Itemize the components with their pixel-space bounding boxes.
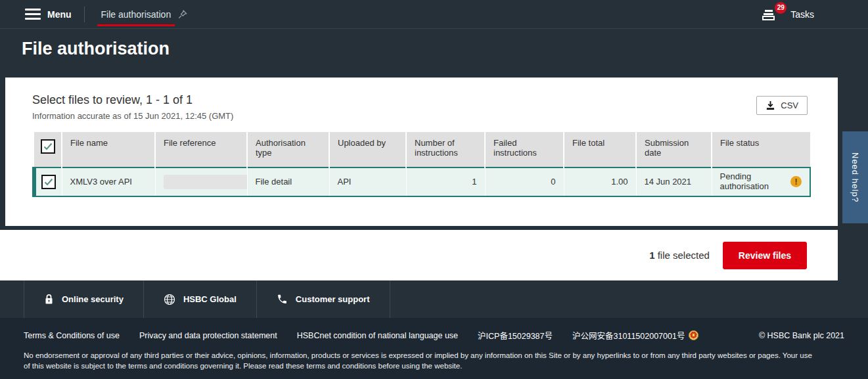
lock-icon	[44, 294, 54, 305]
menu-hamburger-icon[interactable]	[25, 9, 41, 20]
row-select-cell	[34, 167, 62, 196]
footer-legal: Terms & Conditions of use Privacy and da…	[0, 318, 868, 379]
review-files-button[interactable]: Review files	[723, 242, 807, 269]
select-all-checkbox[interactable]	[41, 139, 55, 154]
topbar-divider	[84, 7, 85, 22]
csv-button-label: CSV	[781, 100, 798, 110]
phone-icon	[277, 294, 288, 305]
files-table: File name File reference Authorisation t…	[32, 132, 811, 197]
tab-file-authorisation[interactable]: File authorisation	[97, 0, 193, 29]
tasks-badge: 29	[775, 2, 787, 14]
selected-files-info: 1file selected	[649, 250, 710, 261]
warning-icon[interactable]: !	[790, 176, 802, 187]
tasks-icon[interactable]: 29	[762, 7, 779, 22]
card-subheading: Information accurate as of 15 Jun 2021, …	[32, 111, 808, 121]
cell-file-total: 1.00	[564, 167, 636, 196]
pin-icon[interactable]	[177, 9, 188, 20]
footer-item-customer-support[interactable]: Customer support	[256, 280, 390, 318]
column-header-file-reference[interactable]: File reference	[155, 132, 247, 167]
police-badge-icon	[689, 330, 698, 340]
need-help-tab[interactable]: Need help?	[842, 131, 868, 223]
selected-suffix: file selected	[658, 250, 710, 261]
footer-link-terms[interactable]: Terms & Conditions of use	[24, 331, 120, 340]
download-icon	[765, 100, 775, 110]
table-row[interactable]: XMLV3 over API File detail API 1 0 1.00 …	[34, 167, 810, 196]
column-header-authorisation-type[interactable]: Authorisation type	[247, 132, 329, 167]
need-help-label: Need help?	[850, 152, 860, 203]
cell-file-status: Pending authorisation !	[712, 167, 810, 196]
column-header-file-name[interactable]: File name	[62, 132, 155, 167]
redacted-file-reference	[164, 175, 248, 189]
disclaimer-text: No endorsement or approval of any third …	[24, 350, 815, 371]
column-header-submission-date[interactable]: Submission date	[636, 132, 712, 167]
cell-file-reference	[155, 167, 247, 196]
cell-submission-date: 14 Jun 2021	[636, 167, 712, 196]
cell-file-name: XMLV3 over API	[62, 167, 155, 196]
cell-uploaded-by: API	[329, 167, 406, 196]
column-header-uploaded-by[interactable]: Uploaded by	[329, 132, 406, 167]
footer-link-icp[interactable]: 沪ICP备15029387号	[478, 329, 553, 342]
card-heading: Select files to review, 1 - 1 of 1	[32, 93, 808, 107]
table-header-row: File name File reference Authorisation t…	[34, 132, 810, 167]
action-bar: 1file selected Review files	[0, 230, 838, 280]
footer-item-label: Online security	[62, 294, 124, 304]
globe-icon	[164, 294, 175, 305]
column-header-file-status[interactable]: File status	[712, 132, 810, 167]
csv-download-button[interactable]: CSV	[756, 96, 808, 115]
footer-item-online-security[interactable]: Online security	[24, 280, 143, 318]
column-header-file-total[interactable]: File total	[564, 132, 636, 167]
file-review-card: Select files to review, 1 - 1 of 1 Infor…	[5, 78, 838, 226]
footer-link-psb[interactable]: 沪公网安备31011502007001号	[572, 329, 685, 342]
top-bar: Menu File authorisation 29 Tasks	[0, 0, 868, 29]
column-header-failed-instructions[interactable]: Failed instructions	[485, 132, 564, 167]
selected-count: 1	[649, 250, 654, 261]
footer-item-label: Customer support	[296, 294, 370, 304]
menu-label[interactable]: Menu	[47, 9, 72, 20]
column-header-number-of-instructions[interactable]: Number of instructions	[406, 132, 485, 167]
cell-failed-instructions: 0	[485, 167, 564, 196]
tasks-label[interactable]: Tasks	[790, 9, 814, 20]
footer-link-privacy[interactable]: Privacy and data protection statement	[139, 331, 277, 340]
file-status-text: Pending authorisation	[720, 172, 787, 192]
row-checkbox[interactable]	[41, 175, 56, 189]
cell-authorisation-type: File detail	[247, 167, 329, 196]
footer-item-hsbc-global[interactable]: HSBC Global	[143, 280, 256, 318]
footer-link-language[interactable]: HSBCnet condition of national language u…	[297, 331, 458, 340]
cell-number-of-instructions: 1	[406, 167, 485, 196]
copyright-text: © HSBC Bank plc 2021	[759, 331, 844, 340]
page-title: File authorisation	[22, 39, 868, 59]
footer-links-bar: Online security HSBC Global Customer sup…	[0, 280, 868, 318]
footer-item-label: HSBC Global	[183, 294, 237, 304]
title-area: File authorisation	[0, 29, 868, 78]
header-select-all-cell	[34, 132, 62, 167]
tab-label: File authorisation	[101, 9, 171, 20]
